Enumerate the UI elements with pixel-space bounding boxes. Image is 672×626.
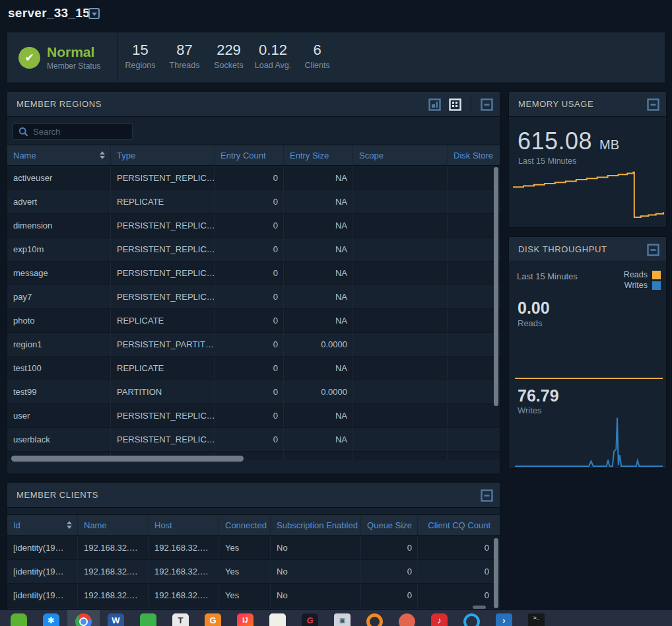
region-disk-store-cell — [448, 404, 500, 427]
client-host-cell: 192.168.32.… — [149, 560, 219, 583]
column-header-host[interactable]: Host — [149, 515, 219, 535]
column-header-entry-count[interactable]: Entry Count — [215, 145, 284, 165]
search-input[interactable] — [33, 127, 132, 137]
disk-throughput-header: DISK THROUGHPUT — [509, 237, 666, 262]
client-row[interactable]: [identity(19… 192.168.32.… 192.168.32.… … — [7, 536, 500, 560]
region-type-cell: PERSISTENT_REPLIC… — [111, 261, 215, 285]
column-header-subscription-enabled[interactable]: Subscription Enabled — [271, 515, 361, 535]
client-subscription-cell: No — [271, 560, 361, 583]
column-header-name[interactable]: Name — [7, 145, 111, 165]
column-header-entry-size[interactable]: Entry Size — [284, 145, 353, 165]
region-row[interactable]: region1 PERSISTENT_PARTIT… 0 0.0000 — [7, 333, 500, 357]
taskbar-icon-bluestar[interactable]: ✱ — [35, 610, 67, 626]
sort-icon[interactable] — [67, 521, 72, 529]
taskbar-icon-blue-ring[interactable] — [455, 610, 488, 626]
taskbar-icon-intellij[interactable]: IJ — [229, 610, 261, 626]
memory-usage-header: MEMORY USAGE — [509, 92, 666, 117]
region-entry-count-cell: 0 — [215, 190, 284, 213]
region-row[interactable]: test99 PARTITION 0 0.0000 — [7, 380, 500, 404]
writes-value: 76.79 — [518, 386, 559, 405]
stat-value: 15 — [118, 42, 162, 59]
region-row[interactable]: exp10m PERSISTENT_REPLIC… 0 NA — [7, 238, 500, 261]
collapse-icon[interactable] — [481, 489, 493, 502]
taskbar-icon-powershell[interactable]: › — [488, 610, 520, 626]
region-scope-cell — [353, 404, 448, 427]
regions-search — [13, 123, 133, 140]
column-header-connected[interactable]: Connected — [219, 515, 271, 535]
legend-label: Reads — [624, 270, 648, 279]
region-row[interactable]: pay7 PERSISTENT_REPLIC… 0 NA — [7, 285, 500, 309]
collapse-icon[interactable] — [647, 244, 659, 256]
treemap-view-icon[interactable] — [428, 98, 441, 111]
region-scope-cell — [353, 309, 448, 332]
client-host-cell: 192.168.32.… — [149, 584, 219, 607]
taskbar-icon-snail[interactable] — [391, 610, 423, 626]
region-entry-count-cell: 0 — [215, 309, 284, 332]
collapse-icon[interactable] — [647, 98, 659, 111]
region-row[interactable]: activeuser PERSISTENT_REPLIC… 0 NA — [7, 166, 500, 190]
clients-horizontal-scrollbar[interactable] — [473, 606, 486, 609]
legend-swatch-icon — [652, 271, 661, 279]
taskbar-icon-typora[interactable]: T — [164, 610, 197, 626]
clients-vertical-scrollbar[interactable] — [494, 538, 498, 608]
region-name-cell: userblack — [7, 428, 111, 451]
region-row[interactable]: photo REPLICATE 0 NA — [7, 309, 500, 333]
region-type-cell: PARTITION — [111, 380, 215, 403]
taskbar-icon-file-manager[interactable]: ▣ — [326, 610, 358, 626]
column-header-scope[interactable]: Scope — [353, 145, 448, 165]
regions-table-header: Name Type Entry Count Entry Size Scope D… — [7, 145, 500, 166]
stat-label: Regions — [118, 61, 162, 70]
column-header-name[interactable]: Name — [78, 515, 149, 535]
taskbar-icon-wechat[interactable] — [3, 610, 35, 626]
stat-value: 87 — [162, 42, 207, 59]
collapse-icon[interactable] — [481, 98, 493, 111]
region-scope-cell — [353, 261, 448, 285]
column-header-disk-store[interactable]: Disk Store — [448, 145, 500, 165]
region-row[interactable]: advert REPLICATE 0 NA — [7, 190, 500, 214]
member-stats: 15 Regions 87 Threads 229 Sockets 0.12 L… — [118, 32, 339, 83]
taskbar-icon-chrome[interactable] — [67, 610, 100, 626]
stat: 15 Regions — [118, 42, 162, 83]
column-header-type[interactable]: Type — [111, 145, 215, 165]
taskbar-icon-gradle-orange[interactable]: G — [197, 610, 229, 626]
taskbar-icon-word[interactable]: W — [100, 610, 132, 626]
client-name-cell: 192.168.32.… — [78, 560, 149, 583]
disk-throughput-title: DISK THROUGHPUT — [518, 237, 607, 262]
regions-horizontal-scrollbar[interactable] — [11, 456, 244, 462]
taskbar-icon-goland[interactable]: G — [294, 610, 326, 626]
region-scope-cell — [353, 428, 448, 451]
member-dropdown-icon[interactable] — [88, 8, 100, 19]
sort-icon[interactable] — [100, 151, 105, 159]
taskbar-icon-music[interactable]: ♪ — [423, 610, 455, 626]
member-status-bar: ✔ Normal Member Status 15 Regions 87 Thr… — [7, 32, 665, 83]
taskbar-icon-terminal[interactable]: >_ — [520, 610, 553, 626]
divider — [471, 96, 471, 112]
region-row[interactable]: user PERSISTENT_REPLIC… 0 NA — [7, 404, 500, 428]
client-name-cell: 192.168.32.… — [78, 584, 149, 607]
client-id-cell: [identity(19… — [7, 536, 78, 559]
column-header-id[interactable]: Id — [7, 515, 78, 535]
region-row[interactable]: userblack PERSISTENT_REPLIC… 0 NA — [7, 428, 500, 452]
taskbar-icon-notes[interactable] — [132, 610, 164, 626]
reads-label: Reads — [518, 318, 543, 328]
regions-vertical-scrollbar[interactable] — [494, 167, 498, 406]
region-row[interactable]: message PERSISTENT_REPLIC… 0 NA — [7, 261, 500, 285]
client-cq-count-cell: 0 — [418, 536, 500, 559]
region-type-cell: REPLICATE — [111, 357, 215, 380]
region-name-cell: dimension — [7, 214, 111, 237]
taskbar-icon-editor[interactable] — [261, 610, 294, 626]
client-row[interactable]: [identity(19… 192.168.32.… 192.168.32.… … — [7, 560, 500, 584]
client-cq-count-cell: 0 — [418, 560, 500, 583]
stat: 87 Threads — [162, 42, 207, 83]
region-row[interactable]: dimension PERSISTENT_REPLIC… 0 NA — [7, 214, 500, 238]
client-host-cell: 192.168.32.… — [149, 536, 219, 559]
column-header-queue-size[interactable]: Queue Size — [361, 515, 418, 535]
memory-usage-chart — [512, 166, 664, 223]
region-row[interactable]: test100 REPLICATE 0 NA — [7, 357, 500, 380]
legend-label: Writes — [624, 281, 648, 290]
client-row[interactable]: [identity(19… 192.168.32.… 192.168.32.… … — [7, 584, 500, 608]
grid-view-icon[interactable] — [449, 98, 461, 111]
client-connected-cell: Yes — [219, 584, 271, 607]
taskbar-icon-orange-ring[interactable] — [358, 610, 391, 626]
column-header-client-cq-count[interactable]: Client CQ Count — [418, 515, 500, 535]
